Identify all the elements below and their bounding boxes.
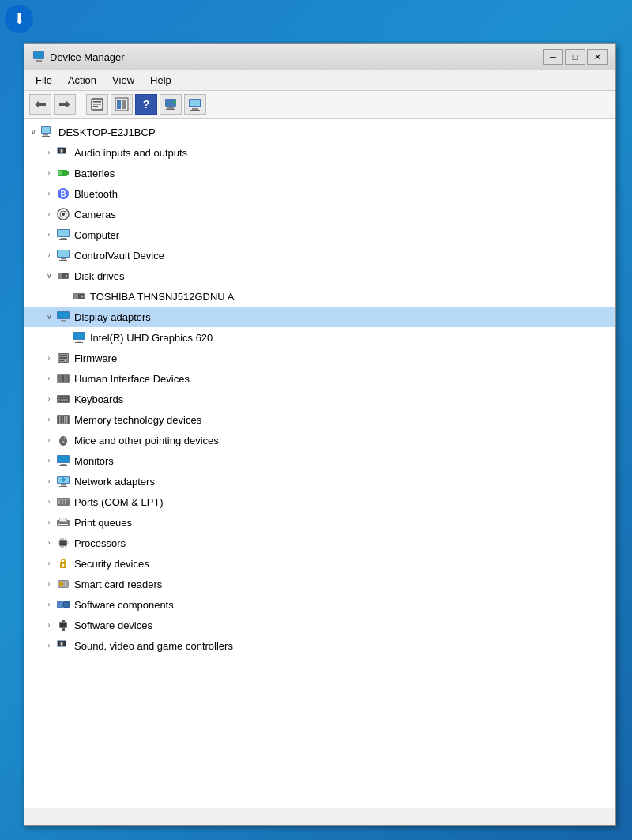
devmgr-button[interactable]	[160, 94, 182, 115]
tree-item-displayadapters[interactable]: ∨ Display adapters	[24, 307, 615, 327]
minimize-button[interactable]: ─	[543, 49, 563, 65]
tree-item-memorytech[interactable]: › Memory technology devices	[24, 409, 615, 430]
tree-item-softwaredevices[interactable]: › Software devices	[24, 615, 615, 635]
tree-item-firmware[interactable]: › Firmware	[24, 348, 615, 368]
menu-view[interactable]: View	[106, 73, 141, 88]
cameras-icon	[56, 207, 70, 221]
svg-rect-60	[61, 320, 66, 322]
security-label: Security devices	[74, 558, 149, 570]
smartcard-label: Smart card readers	[74, 578, 162, 590]
properties-button[interactable]	[86, 94, 108, 115]
softwaredevices-icon	[56, 618, 70, 632]
svg-rect-63	[73, 333, 85, 339]
displayadapters-label: Display adapters	[74, 311, 151, 323]
svg-rect-113	[60, 518, 66, 521]
svg-rect-3	[36, 60, 42, 62]
maximize-button[interactable]: □	[565, 49, 585, 65]
svg-rect-44	[61, 238, 66, 239]
memorytech-expand-icon: ›	[43, 414, 55, 425]
processors-icon	[56, 536, 70, 550]
tree-item-keyboards[interactable]: › Keyboards	[24, 389, 615, 409]
tree-item-intelgraphics[interactable]: › Intel(R) UHD Graphics 620	[24, 327, 615, 348]
update-button[interactable]	[111, 94, 133, 115]
keyboards-label: Keyboards	[74, 394, 123, 405]
svg-rect-19	[166, 109, 175, 110]
tree-item-printqueues[interactable]: › Print queues	[24, 512, 615, 533]
softwarecomponents-label: Software components	[74, 599, 174, 611]
tree-item-processors[interactable]: › Processors	[24, 533, 615, 553]
tree-item-mice[interactable]: › Mice and other pointing devices	[24, 430, 615, 450]
svg-rect-64	[77, 341, 81, 342]
svg-text:⬇: ⬇	[13, 11, 25, 27]
tree-item-hid[interactable]: › Human Interface Devices	[24, 368, 615, 389]
processors-label: Processors	[74, 537, 126, 549]
svg-rect-16	[122, 100, 126, 109]
computer-button[interactable]	[184, 94, 206, 115]
svg-rect-89	[64, 416, 66, 423]
menu-file[interactable]: File	[29, 73, 58, 88]
printqueues-label: Print queues	[74, 517, 132, 529]
help-button[interactable]: ?	[135, 94, 157, 115]
forward-button[interactable]	[54, 94, 76, 115]
tree-item-security[interactable]: › Security devices	[24, 553, 615, 574]
tree-item-diskdrives[interactable]: ∨ Disk drives	[24, 266, 615, 286]
svg-rect-24	[190, 110, 200, 111]
bluetooth-expand-icon: ›	[43, 188, 55, 199]
tree-item-toshiba[interactable]: › TOSHIBA THNSNJ512GDNU A	[24, 286, 615, 307]
root-expand-icon: ∨	[28, 126, 39, 137]
tree-content[interactable]: ∨ DESKTOP-E2J1BCP ›	[24, 119, 615, 808]
soundvideo-expand-icon: ›	[43, 640, 55, 651]
menu-help[interactable]: Help	[144, 73, 178, 88]
root-label: DESKTOP-E2J1BCP	[58, 126, 156, 138]
svg-rect-70	[59, 360, 64, 361]
svg-rect-28	[42, 136, 50, 137]
cameras-expand-icon: ›	[43, 209, 55, 220]
svg-rect-114	[58, 524, 68, 525]
svg-rect-117	[60, 541, 66, 545]
close-button[interactable]: ✕	[587, 49, 608, 65]
batteries-icon	[56, 166, 70, 180]
status-bar	[24, 808, 615, 825]
memorytech-icon	[56, 412, 70, 427]
title-bar-icon	[32, 51, 45, 63]
ports-label: Ports (COM & LPT)	[74, 496, 164, 508]
printqueues-icon	[56, 515, 70, 529]
tree-item-controlvault[interactable]: › ControlVault Device	[24, 245, 615, 266]
mice-icon	[56, 433, 70, 447]
tree-item-computer[interactable]: › Computer	[24, 224, 615, 245]
svg-rect-73	[58, 375, 62, 382]
audio-icon	[56, 145, 70, 160]
title-bar-controls: ─ □ ✕	[543, 49, 608, 65]
softwaredevices-expand-icon: ›	[43, 620, 55, 631]
tree-item-smartcard[interactable]: › Smart card readers	[24, 574, 615, 594]
svg-rect-15	[117, 100, 121, 109]
svg-rect-110	[58, 499, 69, 500]
svg-rect-97	[61, 464, 66, 465]
softwarecomponents-icon	[56, 597, 70, 612]
tree-item-cameras[interactable]: › Cameras	[24, 204, 615, 224]
tree-item-batteries[interactable]: › Batteries	[24, 163, 615, 183]
tree-item-softwarecomponents[interactable]: › Software components	[24, 594, 615, 615]
firmware-expand-icon: ›	[43, 352, 55, 363]
keyboards-expand-icon: ›	[43, 394, 55, 405]
tree-item-soundvideo[interactable]: › Sound, video and game controllers	[24, 635, 615, 656]
tree-item-ports[interactable]: › Ports (COM & LPT)	[24, 492, 615, 512]
tree-item-networkadapters[interactable]: › Network adapters	[24, 471, 615, 492]
tree-item-monitors[interactable]: › Monitors	[24, 450, 615, 471]
svg-rect-18	[167, 107, 174, 109]
tree-root[interactable]: ∨ DESKTOP-E2J1BCP	[24, 122, 615, 142]
svg-rect-88	[62, 416, 63, 423]
batteries-label: Batteries	[74, 168, 115, 179]
controlvault-expand-icon: ›	[43, 250, 55, 261]
displayadapters-expand-icon: ∨	[43, 311, 55, 322]
svg-rect-13	[93, 106, 98, 107]
taskbar-icon: ⬇	[4, 4, 34, 34]
title-bar: Device Manager ─ □ ✕	[24, 44, 615, 70]
tree-item-audio[interactable]: › Audio inputs and outputs	[24, 142, 615, 163]
back-button[interactable]	[29, 94, 51, 115]
svg-rect-68	[59, 355, 67, 356]
mice-expand-icon: ›	[43, 435, 55, 446]
computer-icon	[56, 228, 70, 242]
menu-action[interactable]: Action	[62, 73, 103, 88]
tree-item-bluetooth[interactable]: › B Bluetooth	[24, 183, 615, 204]
